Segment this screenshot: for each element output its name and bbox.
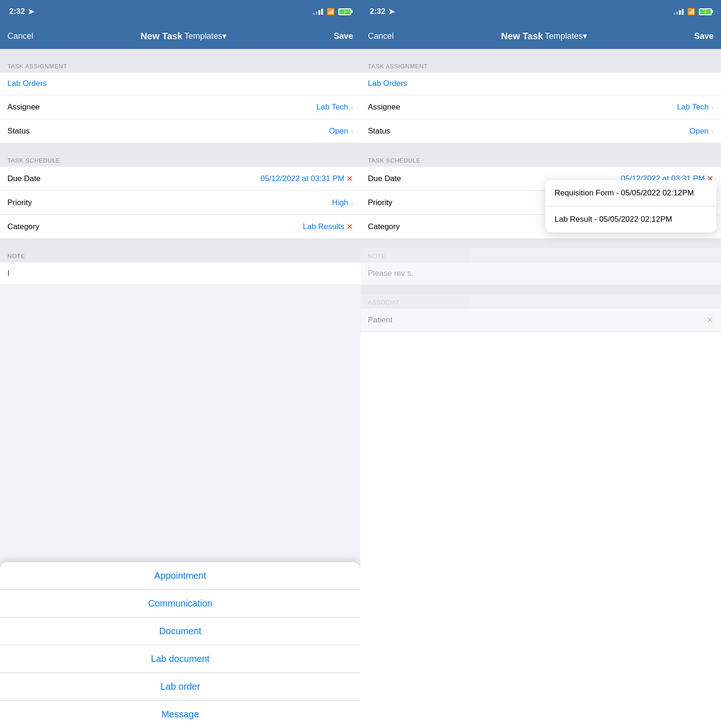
left-note-header: NOTE xyxy=(0,248,360,262)
left-panel: 2:32 ➤ 📶 ⚡ Cancel New Task Templates▾ Sa… xyxy=(0,0,360,728)
left-sheet-item-lab-document[interactable]: Lab document xyxy=(0,645,360,673)
right-battery-icon: ⚡ xyxy=(699,8,712,15)
left-status-value: Open › xyxy=(329,127,353,136)
right-save-button[interactable]: Save xyxy=(694,31,714,41)
right-popup-item-2[interactable]: Lab Result - 05/05/2022 02:12PM xyxy=(545,206,716,232)
left-category-label: Category xyxy=(7,222,39,231)
right-wifi-icon: 📶 xyxy=(687,8,695,15)
right-nav-bar: Cancel New Task Templates▾ Save xyxy=(360,23,721,49)
left-sheet-item-message[interactable]: Message xyxy=(0,701,360,728)
right-status-value: Open › xyxy=(690,127,714,136)
right-note-header: NOTE xyxy=(360,248,721,262)
left-due-date-clear[interactable]: ✕ xyxy=(346,174,353,184)
left-sheet-item-communication[interactable]: Communication xyxy=(0,590,360,618)
left-sheet-item-document[interactable]: Document xyxy=(0,618,360,645)
left-status-left: 2:32 ➤ xyxy=(9,7,34,17)
right-status-row[interactable]: Status Open › xyxy=(360,119,721,143)
left-lab-orders-row[interactable]: Lab Orders xyxy=(0,73,360,95)
right-popup-dropdown: Requisition Form - 05/05/2022 02:12PM La… xyxy=(545,180,716,232)
left-category-row[interactable]: Category Lab Results ✕ xyxy=(0,215,360,239)
right-spacer-3 xyxy=(360,239,721,248)
right-signal-icon xyxy=(673,9,684,15)
left-location-icon: ➤ xyxy=(28,7,34,17)
left-assignee-value: Lab Tech › xyxy=(317,103,353,112)
left-assignee-chevron: › xyxy=(351,103,353,111)
right-nav-title: New Task xyxy=(501,31,543,42)
left-templates-button[interactable]: Templates▾ xyxy=(184,31,226,41)
right-assignee-chevron: › xyxy=(711,103,714,111)
left-status-label: Status xyxy=(7,127,30,136)
left-due-date-row[interactable]: Due Date 05/12/2022 at 03:31 PM ✕ xyxy=(0,167,360,191)
right-patient-row[interactable]: Patient ✕ xyxy=(360,309,721,332)
left-priority-row[interactable]: Priority High › xyxy=(0,191,360,215)
right-templates-button[interactable]: Templates▾ xyxy=(545,31,587,41)
right-note-field[interactable]: Please rev s. xyxy=(360,262,721,285)
left-signal-icon xyxy=(313,9,323,15)
right-note-suffix: s. xyxy=(407,269,413,278)
left-priority-chevron: › xyxy=(351,199,353,206)
right-panel: 2:32 ➤ 📶 ⚡ Cancel New Task Templates▾ Sa… xyxy=(360,0,721,728)
right-patient-clear[interactable]: ✕ xyxy=(707,315,714,325)
right-time: 2:32 xyxy=(370,7,385,16)
right-due-date-label: Due Date xyxy=(368,174,401,183)
left-sheet-item-lab-order[interactable]: Lab order xyxy=(0,673,360,701)
left-assignee-row[interactable]: Assignee Lab Tech › xyxy=(0,95,360,119)
left-category-value: Lab Results ✕ xyxy=(303,222,353,232)
left-spacer-2 xyxy=(0,143,360,152)
left-due-date-label: Due Date xyxy=(7,174,41,183)
left-time: 2:32 xyxy=(9,7,25,16)
left-battery-icon: ⚡ xyxy=(338,8,351,15)
right-location-icon: ➤ xyxy=(388,7,395,17)
left-wifi-icon: 📶 xyxy=(327,8,335,15)
right-spacer-4 xyxy=(360,285,721,294)
right-lab-orders-row[interactable]: Lab Orders xyxy=(360,73,721,95)
right-spacer-2 xyxy=(360,143,721,152)
left-assignee-label: Assignee xyxy=(7,103,40,112)
right-nav-center: New Task Templates▾ xyxy=(501,31,587,42)
right-bottom-area xyxy=(360,332,721,728)
left-priority-label: Priority xyxy=(7,198,32,207)
left-status-chevron: › xyxy=(351,127,353,135)
right-status-left: 2:32 ➤ xyxy=(370,7,395,17)
left-spacer-1 xyxy=(0,49,360,58)
right-note-text: Please rev xyxy=(368,269,405,278)
left-note-field[interactable]: I xyxy=(0,262,360,285)
left-status-bar: 2:32 ➤ 📶 ⚡ xyxy=(0,0,360,23)
right-category-label: Category xyxy=(368,222,400,231)
right-assignee-label: Assignee xyxy=(368,103,400,112)
right-task-schedule-header: TASK SCHEDULE xyxy=(360,152,721,167)
right-associated-header: ASSOCIAT xyxy=(360,294,721,309)
left-task-assignment-header: TASK ASSIGNMENT xyxy=(0,58,360,73)
right-status-bar: 2:32 ➤ 📶 ⚡ xyxy=(360,0,721,23)
right-assignee-row[interactable]: Assignee Lab Tech › xyxy=(360,95,721,119)
left-note-cursor: I xyxy=(7,269,10,278)
right-popup-item-1[interactable]: Requisition Form - 05/05/2022 02:12PM xyxy=(545,180,716,206)
left-sheet-item-appointment[interactable]: Appointment xyxy=(0,562,360,590)
right-status-right: 📶 ⚡ xyxy=(673,8,712,15)
left-category-clear[interactable]: ✕ xyxy=(346,222,353,232)
left-bottom-sheet: Appointment Communication Document Lab d… xyxy=(0,562,360,728)
right-task-assignment-header: TASK ASSIGNMENT xyxy=(360,58,721,73)
left-cancel-button[interactable]: Cancel xyxy=(7,31,33,41)
left-status-row[interactable]: Status Open › xyxy=(0,119,360,143)
left-lab-orders-label: Lab Orders xyxy=(7,79,47,88)
right-priority-label: Priority xyxy=(368,198,392,207)
right-patient-label: Patient xyxy=(368,315,392,325)
right-assignee-value: Lab Tech › xyxy=(677,103,714,112)
left-spacer-3 xyxy=(0,239,360,248)
right-spacer-1 xyxy=(360,49,721,58)
left-nav-bar: Cancel New Task Templates▾ Save xyxy=(0,23,360,49)
right-lab-orders-label: Lab Orders xyxy=(368,79,407,88)
left-due-date-value: 05/12/2022 at 03:31 PM ✕ xyxy=(261,174,353,184)
left-save-button[interactable]: Save xyxy=(334,31,353,41)
right-status-label: Status xyxy=(368,127,390,136)
left-task-schedule-header: TASK SCHEDULE xyxy=(0,152,360,167)
left-status-right: 📶 ⚡ xyxy=(313,8,351,15)
left-nav-title: New Task xyxy=(141,31,183,42)
right-cancel-button[interactable]: Cancel xyxy=(368,31,394,41)
left-nav-center: New Task Templates▾ xyxy=(141,31,226,42)
right-status-chevron: › xyxy=(711,127,714,135)
left-priority-value: High › xyxy=(332,198,353,207)
